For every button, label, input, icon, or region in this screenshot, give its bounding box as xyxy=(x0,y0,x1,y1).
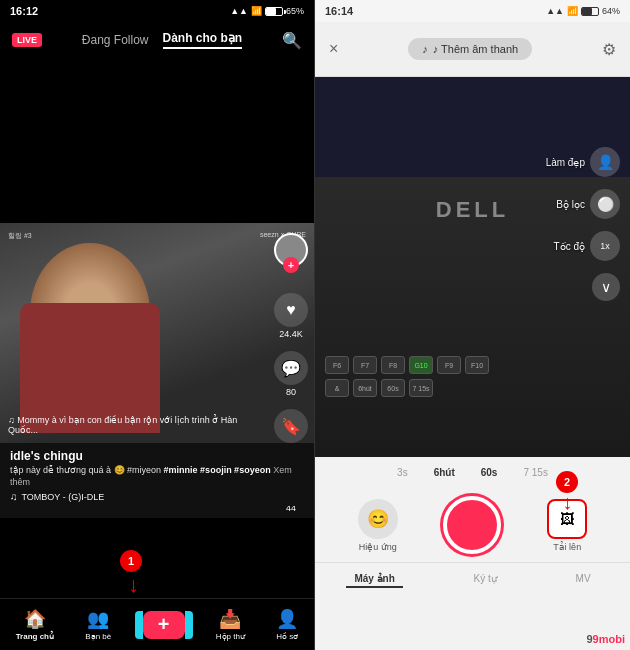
add-music-button[interactable]: ♪ ♪ Thêm âm thanh xyxy=(408,38,532,60)
key-7-15s: 7 15s xyxy=(409,379,433,397)
status-icons-left: ▲▲ 📶 65% xyxy=(230,6,304,16)
nav-inbox[interactable]: 📥 Hộp thư xyxy=(216,608,245,641)
record-row: 😊 Hiệu ứng 2 ↓ 🖼 Tải lên xyxy=(315,488,630,562)
hashtags[interactable]: #minnie #soojin #soyeon xyxy=(164,465,271,475)
annotation-1: 1 xyxy=(120,550,142,572)
key-6hut: 6hút xyxy=(353,379,377,397)
plus-icon: + xyxy=(158,613,170,636)
record-button[interactable] xyxy=(443,496,501,554)
home-label: Trang chủ xyxy=(16,632,54,641)
annotation-2: 2 xyxy=(556,471,578,493)
editor-top: × ♪ ♪ Thêm âm thanh ⚙ xyxy=(315,22,630,77)
phone-left: 16:12 ▲▲ 📶 65% LIVE Đang Follow Dành cho… xyxy=(0,0,315,650)
overlay-text: ♫ Mommy à vì bạn con điều bận rộn với lị… xyxy=(8,415,264,435)
video-thumbnail xyxy=(0,223,314,443)
arrow-1: ↓ xyxy=(128,572,139,598)
upload-button[interactable]: 2 ↓ 🖼 Tải lên xyxy=(547,499,587,552)
content-info: idle's chingu tập này dễ thương quá à 😊 … xyxy=(0,443,314,506)
timer-3s[interactable]: 3s xyxy=(391,465,414,480)
camera-view: DELL F6 F7 F8 G10 F9 F10 & 6hút 60s 7 15… xyxy=(315,77,630,457)
beautify-tool[interactable]: Làm đẹp 👤 xyxy=(546,147,620,177)
profile-icon: 👤 xyxy=(276,608,298,630)
video-area xyxy=(0,58,314,223)
close-button[interactable]: × xyxy=(329,40,338,58)
time-left: 16:12 xyxy=(10,5,38,17)
effects-button[interactable]: 😊 Hiệu ứng xyxy=(358,499,398,552)
inbox-label: Hộp thư xyxy=(216,632,245,641)
add-button[interactable]: + xyxy=(143,611,185,639)
beautify-label: Làm đẹp xyxy=(546,157,585,168)
key-amp: & xyxy=(325,379,349,397)
effects-icon: 😊 xyxy=(358,499,398,539)
home-icon: 🏠 xyxy=(24,608,46,630)
speed-icon: 1x xyxy=(590,231,620,261)
status-icons-right: ▲▲ 📶 64% xyxy=(546,6,620,16)
top-nav: LIVE Đang Follow Dành cho bạn 🔍 xyxy=(0,22,314,58)
content-card: 힐링 #3 seezn × CUBE ♫ Mommy à vì bạn con … xyxy=(0,223,314,518)
tab-text[interactable]: Ký tự xyxy=(466,571,505,588)
music-row: ♫ TOMBOY - (G)I-DLE xyxy=(10,491,304,502)
signal-icon: ▲▲ xyxy=(230,6,248,16)
nav-add[interactable]: + xyxy=(143,611,185,639)
phone-right: 16:14 ▲▲ 📶 64% × ♪ ♪ Thêm âm thanh ⚙ DEL… xyxy=(315,0,630,650)
beautify-icon: 👤 xyxy=(590,147,620,177)
content-image: 힐링 #3 seezn × CUBE ♫ Mommy à vì bạn con … xyxy=(0,223,314,443)
wifi-icon-right: 📶 xyxy=(567,6,578,16)
music-note-icon: ♫ xyxy=(10,491,18,502)
tab-camera[interactable]: Máy ảnh xyxy=(346,571,402,588)
dell-logo: DELL xyxy=(436,197,509,223)
bottom-tabs-right: Máy ảnh Ký tự MV xyxy=(315,562,630,596)
upload-label: Tải lên xyxy=(553,542,581,552)
like-icon: ♥ xyxy=(274,293,308,327)
filter-label: Bộ lọc xyxy=(556,199,585,210)
battery-percent-right: 64% xyxy=(602,6,620,16)
key-60s: 60s xyxy=(381,379,405,397)
wifi-icon: 📶 xyxy=(251,6,262,16)
timer-7-15s[interactable]: 7 15s xyxy=(517,465,553,480)
live-badge[interactable]: LIVE xyxy=(12,33,42,47)
like-button[interactable]: ♥ 24.4K xyxy=(274,293,308,339)
username: idle's chingu xyxy=(10,449,304,463)
right-tools: Làm đẹp 👤 Bộ lọc ⚪ Tốc độ 1x ∨ xyxy=(546,147,620,301)
timer-6hut[interactable]: 6hút xyxy=(428,465,461,480)
timer-row: 3s 6hút 60s 7 15s xyxy=(315,457,630,488)
editor-bottom: 3s 6hút 60s 7 15s 😊 Hiệu ứng 2 ↓ 🖼 Tải l… xyxy=(315,457,630,650)
bookmark-icon: 🔖 xyxy=(274,409,308,443)
battery-percent-left: 65% xyxy=(286,6,304,16)
music-title: TOMBOY - (G)I-DLE xyxy=(22,492,105,502)
add-music-label: ♪ Thêm âm thanh xyxy=(433,43,518,55)
battery-right xyxy=(581,7,599,16)
settings-icon[interactable]: ⚙ xyxy=(602,40,616,59)
search-icon[interactable]: 🔍 xyxy=(282,31,302,50)
nav-friends[interactable]: 👥 Bạn bè xyxy=(85,608,111,641)
filter-tool[interactable]: Bộ lọc ⚪ xyxy=(556,189,620,219)
nav-profile[interactable]: 👤 Hồ sơ xyxy=(276,608,298,641)
profile-label: Hồ sơ xyxy=(276,632,298,641)
expand-tools-button[interactable]: ∨ xyxy=(592,273,620,301)
nav-tabs: Đang Follow Dành cho bạn xyxy=(82,31,242,49)
nav-home[interactable]: 🏠 Trang chủ xyxy=(16,608,54,641)
desc-text: tập này dễ thương quá à 😊 #miyeon xyxy=(10,465,161,475)
comment-count: 80 xyxy=(286,387,296,397)
speed-label: Tốc độ xyxy=(554,241,585,252)
watermark-left: 힐링 #3 xyxy=(8,231,32,241)
follow-plus[interactable]: + xyxy=(283,257,299,273)
tab-mv[interactable]: MV xyxy=(568,571,599,588)
tab-foryou[interactable]: Dành cho bạn xyxy=(163,31,243,49)
battery-left xyxy=(265,7,283,16)
key-g10: G10 xyxy=(409,356,433,374)
effects-label: Hiệu ứng xyxy=(359,542,397,552)
signal-icon-right: ▲▲ xyxy=(546,6,564,16)
status-bar-right: 16:14 ▲▲ 📶 64% xyxy=(315,0,630,22)
time-right: 16:14 xyxy=(325,5,353,17)
status-bar-left: 16:12 ▲▲ 📶 65% xyxy=(0,0,314,22)
arrow-2: ↓ xyxy=(562,491,572,514)
key-f8: F8 xyxy=(381,356,405,374)
avatar-container[interactable]: + xyxy=(274,233,308,267)
comment-button[interactable]: 💬 80 xyxy=(274,351,308,397)
tab-following[interactable]: Đang Follow xyxy=(82,33,149,47)
timer-60s[interactable]: 60s xyxy=(475,465,504,480)
key-f9: F9 xyxy=(437,356,461,374)
filter-icon: ⚪ xyxy=(590,189,620,219)
speed-tool[interactable]: Tốc độ 1x xyxy=(554,231,620,261)
